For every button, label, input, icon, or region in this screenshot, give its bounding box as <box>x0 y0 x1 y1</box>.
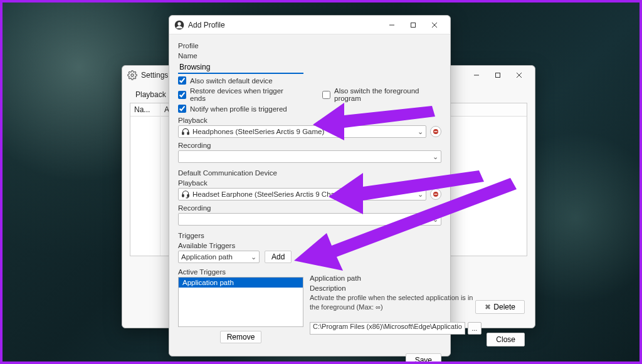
available-triggers-label: Available Triggers <box>178 242 441 249</box>
switch-default-label: Also switch default device <box>190 77 273 85</box>
user-icon <box>174 20 184 30</box>
add-profile-title: Add Profile <box>188 21 225 29</box>
app-path-input[interactable]: C:\Program Files (x86)\Microsoft\Edge\Ap… <box>310 322 465 335</box>
notify-checkbox[interactable] <box>178 105 186 113</box>
minimize-button[interactable] <box>466 68 487 83</box>
profile-name-input[interactable] <box>178 61 303 74</box>
gear-icon <box>127 70 137 80</box>
playback-label: Playback <box>178 117 441 124</box>
tab-playback[interactable]: Playback <box>130 88 172 100</box>
comm-recording-combo[interactable] <box>178 213 441 226</box>
comm-playback-remove-button[interactable] <box>430 189 441 200</box>
svg-point-6 <box>177 22 181 25</box>
triggers-label: Triggers <box>178 232 441 239</box>
delete-icon: ✖ <box>485 303 491 311</box>
profile-section-label: Profile <box>178 42 441 49</box>
name-label: Name <box>178 52 441 60</box>
active-triggers-label: Active Triggers <box>178 268 303 276</box>
active-trigger-item[interactable]: Application path <box>179 278 303 288</box>
close-button[interactable] <box>508 68 530 83</box>
delete-button[interactable]: ✖Delete <box>475 300 525 314</box>
add-trigger-button[interactable]: Add <box>265 251 292 263</box>
add-profile-titlebar: Add Profile <box>169 16 450 34</box>
svg-rect-18 <box>434 194 438 194</box>
headphones-icon <box>181 127 190 136</box>
remove-trigger-button[interactable]: Remove <box>220 331 262 343</box>
add-profile-dialog: Add Profile Profile Name Also switch def… <box>169 15 451 356</box>
description-label: Description <box>310 284 482 292</box>
recording-device-combo[interactable] <box>178 150 441 163</box>
svg-rect-15 <box>182 195 184 197</box>
notify-label: Notify when profile is triggered <box>190 105 287 113</box>
switch-default-checkbox[interactable] <box>178 76 186 85</box>
save-button[interactable]: Save <box>406 353 441 364</box>
trigger-type-text: Application path <box>181 253 248 261</box>
restore-label: Restore devices when trigger ends <box>190 87 297 102</box>
trigger-description: Activate the profile when the selected a… <box>310 293 482 312</box>
switch-foreground-checkbox[interactable] <box>322 91 330 99</box>
comm-recording-label: Recording <box>178 204 441 212</box>
active-triggers-list[interactable]: Application path <box>178 277 303 327</box>
playback-device-combo[interactable]: Headphones (SteelSeries Arctis 9 Game) <box>178 125 426 138</box>
dialog-close-button[interactable] <box>424 18 445 33</box>
browse-button[interactable]: ... <box>468 322 482 335</box>
comm-playback-text: Headset Earphone (SteelSeries Arctis 9 C… <box>192 190 415 198</box>
svg-rect-12 <box>187 132 189 135</box>
playback-device-text: Headphones (SteelSeries Arctis 9 Game) <box>192 128 415 135</box>
svg-rect-14 <box>434 131 438 132</box>
dialog-maximize-button[interactable] <box>403 18 424 33</box>
restore-checkbox[interactable] <box>178 91 186 99</box>
svg-point-0 <box>131 74 134 76</box>
headset-icon <box>181 190 190 199</box>
trigger-detail-title: Application path <box>310 274 482 282</box>
comm-playback-combo[interactable]: Headset Earphone (SteelSeries Arctis 9 C… <box>178 188 426 200</box>
svg-rect-8 <box>411 23 416 27</box>
switch-foreground-label: Also switch the foreground program <box>334 87 441 102</box>
svg-rect-16 <box>187 195 189 197</box>
recording-label: Recording <box>178 142 441 149</box>
column-name[interactable]: Na... <box>130 103 160 117</box>
maximize-button[interactable] <box>487 68 508 83</box>
trigger-type-combo[interactable]: Application path <box>178 251 260 263</box>
dialog-minimize-button[interactable] <box>381 18 403 33</box>
svg-rect-2 <box>496 73 500 78</box>
close-settings-button[interactable]: Close <box>487 333 525 346</box>
default-comm-label: Default Communication Device <box>178 169 441 177</box>
comm-playback-label: Playback <box>178 179 441 187</box>
settings-title: Settings <box>141 71 168 80</box>
svg-rect-11 <box>182 132 184 135</box>
playback-remove-button[interactable] <box>430 126 441 137</box>
